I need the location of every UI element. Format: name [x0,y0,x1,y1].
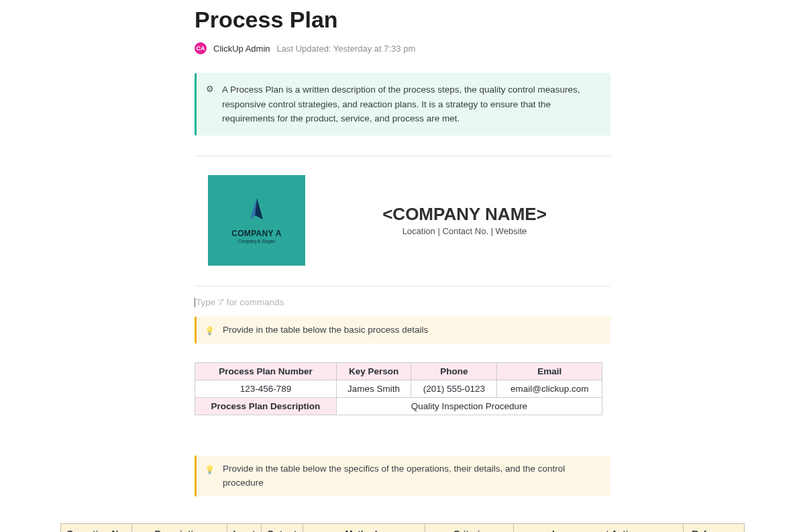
hint-text: Provide in the table below the basic pro… [223,323,428,337]
col-methods: Methods [303,523,425,532]
slash-command-input[interactable]: Type '/' for commands [195,295,610,317]
col-output: Output [261,523,303,532]
author-avatar[interactable]: CA [195,42,207,54]
col-key-person: Key Person [336,363,411,380]
logo-company-name: COMPANY A [231,229,281,238]
byline: CA ClickUp Admin Last Updated: Yesterday… [195,42,610,54]
slash-placeholder-text: Type '/' for commands [196,297,284,307]
intro-text: A Process Plan is a written description … [222,83,598,126]
cell-description[interactable]: Quality Inspection Procedure [336,398,602,415]
col-input: Input [227,523,262,532]
col-phone: Phone [411,363,497,380]
page-title: Process Plan [195,7,610,33]
col-email: Email [497,363,602,380]
col-improvement-actions: Improvement Actions (When criteria are n… [513,523,683,532]
table-header-row: Operation No. Description Input Output M… [61,523,745,532]
company-name-placeholder[interactable]: <COMPANY NAME> [332,204,597,225]
company-header-row: COMPANY A Company A Slogan <COMPANY NAME… [195,166,610,286]
hint-text: Provide in the table below the specifics… [223,462,600,490]
company-logo: COMPANY A Company A Slogan [208,175,305,266]
company-subline[interactable]: Location | Contact No. | Website [332,226,597,236]
cell-email[interactable]: email@clickup.com [497,380,602,398]
logo-slogan: Company A Slogan [238,239,275,244]
cell-phone[interactable]: (201) 555-0123 [411,380,497,398]
cell-key-person[interactable]: James Smith [336,380,411,398]
process-details-table[interactable]: Process Plan Number Key Person Phone Ema… [195,362,602,415]
operations-table[interactable]: Operation No. Description Input Output M… [60,523,745,532]
lightbulb-icon: 💡 [205,325,215,337]
last-updated-label: Last Updated: Yesterday at 7:33 pm [277,44,416,54]
divider [195,156,610,156]
intro-callout: ⚙ A Process Plan is a written descriptio… [195,73,610,136]
col-operation-no: Operation No. [61,523,132,532]
hint-operations: 💡 Provide in the table below the specifi… [195,456,610,496]
table-row[interactable]: Process Plan Description Quality Inspect… [195,398,602,415]
lightbulb-icon: 💡 [205,464,215,490]
col-reference-sop: Reference SOP No. [683,523,744,532]
col-criteria: Criteria [425,523,514,532]
row-label-description: Process Plan Description [195,398,337,415]
col-description: Description [132,523,227,532]
gear-icon: ⚙ [206,84,214,126]
table-row[interactable]: 123-456-789 James Smith (201) 555-0123 e… [195,380,602,398]
logo-mark-icon [247,197,267,223]
cell-plan-number[interactable]: 123-456-789 [195,380,337,398]
author-name[interactable]: ClickUp Admin [213,44,270,54]
col-plan-number: Process Plan Number [195,363,337,380]
table-header-row: Process Plan Number Key Person Phone Ema… [195,363,602,380]
hint-basic-details: 💡 Provide in the table below the basic p… [195,317,610,343]
